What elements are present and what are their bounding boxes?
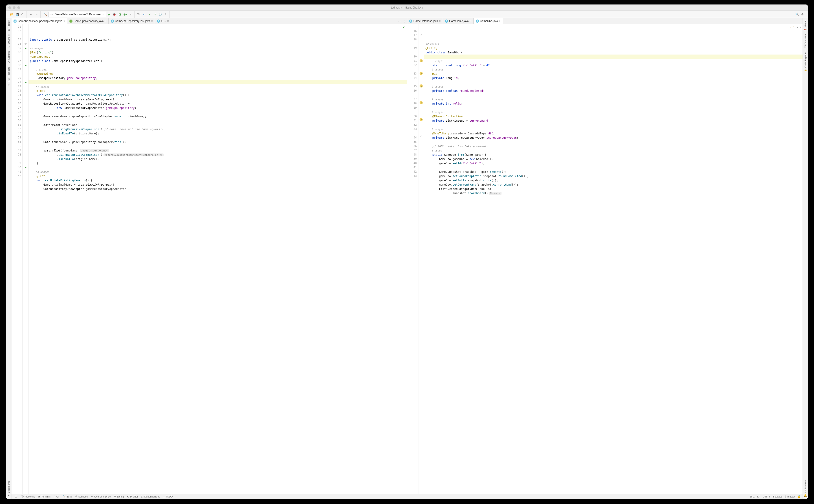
code-line[interactable]	[424, 106, 803, 110]
refresh-icon[interactable]: ⟳	[20, 12, 25, 17]
code-line[interactable]: Game savedGame = gameRepositoryJpaAdapte…	[28, 114, 407, 118]
line-number[interactable]: 21	[11, 80, 22, 84]
line-number[interactable]	[407, 93, 418, 97]
run-gutter-icon[interactable]: ▶	[23, 63, 28, 67]
line-number[interactable]: 19	[407, 46, 418, 50]
line-number[interactable]: 41	[11, 170, 22, 174]
code-line[interactable]: .usingRecursiveComparison()RecursiveComp…	[28, 153, 407, 157]
right-gutter-icons[interactable]: ⟲aaaaa⟲	[419, 24, 424, 494]
code-line[interactable]: Game originalGame = createGameInProgress…	[28, 97, 407, 101]
line-number[interactable]: 25	[11, 97, 22, 101]
line-number[interactable]: 14	[11, 42, 22, 46]
line-number[interactable]: 36	[407, 144, 418, 148]
sidebar-item-project[interactable]: ▤Project	[7, 20, 10, 31]
toolwindow-services[interactable]: ⚙Services	[74, 494, 89, 499]
sidebar-item-pull-requests[interactable]: ⇄Pull Requests	[7, 67, 10, 86]
code-line[interactable]: assertThat(savedGame)	[28, 123, 407, 127]
line-number[interactable]: 25	[407, 84, 418, 89]
run-gutter-icon[interactable]: ▶	[23, 80, 28, 84]
code-line[interactable]	[28, 136, 407, 140]
line-number[interactable]: 27	[407, 97, 418, 101]
code-line[interactable]: gameDbo.setRoundCompleted(snapshot.round…	[424, 174, 803, 178]
code-line[interactable]: assertThat(foundGame)ObjectAssert<Game>	[28, 148, 407, 153]
git-update-icon[interactable]: ↙	[142, 12, 147, 17]
code-line[interactable]	[424, 123, 803, 127]
code-line[interactable]: @ElementCollection	[424, 114, 803, 118]
line-number[interactable]: 18	[11, 63, 22, 67]
git-branch[interactable]: ᚶ master	[785, 495, 795, 498]
right-code-area[interactable]: 1617181920212223242526272829303132333435…	[407, 24, 803, 494]
code-line[interactable]	[424, 80, 803, 84]
code-line[interactable]: private List<ScoredCategoryDbo> scoredCa…	[424, 136, 803, 140]
code-line[interactable]	[28, 144, 407, 148]
caret-pos[interactable]: 18:1	[750, 495, 755, 498]
git-rollback-icon[interactable]: ↶	[163, 12, 168, 17]
line-number[interactable]: 33	[407, 127, 418, 131]
line-number[interactable]: 39	[11, 161, 22, 165]
sidebar-item-commit[interactable]: ⊙Commit	[7, 51, 10, 64]
line-number[interactable]: 33	[11, 131, 22, 136]
close-tab-icon[interactable]: ×	[167, 20, 169, 23]
editor-tab[interactable]: CGameDbo.java×	[474, 18, 503, 24]
line-number[interactable]	[407, 42, 418, 46]
line-number[interactable]: 23	[407, 72, 418, 76]
left-code[interactable]: ✔ import static org.assertj.core.api.Ass…	[28, 24, 407, 494]
close-tab-icon[interactable]: ×	[470, 20, 472, 23]
usage-hint[interactable]: 2 usages	[424, 110, 803, 114]
line-number[interactable]: 38	[11, 153, 22, 157]
code-line[interactable]	[28, 118, 407, 123]
lock-icon[interactable]: 🔒	[798, 495, 801, 498]
code-line[interactable]	[424, 165, 803, 170]
code-line[interactable]: .isEqualTo(originalGame);	[28, 131, 407, 136]
forward-icon[interactable]: →	[34, 12, 39, 17]
sidebar-item-database[interactable]: 🗄Database	[804, 34, 807, 48]
usage-hint[interactable]: 2 usages	[424, 59, 803, 63]
line-number[interactable]	[407, 131, 418, 136]
line-number[interactable]	[11, 33, 22, 37]
code-line[interactable]: gameDbo.setRolls(snapshot.rolls());	[424, 178, 803, 182]
field-gutter-icon[interactable]: a	[420, 84, 423, 88]
code-line[interactable]: new GameRepositoryJpaAdapter(gameJpaRepo…	[28, 106, 407, 110]
code-line[interactable]: // TODO: make this take a memento	[424, 144, 803, 148]
line-number[interactable]: 42	[11, 174, 22, 178]
code-line[interactable]: private int rolls;	[424, 101, 803, 106]
line-number[interactable]	[11, 157, 22, 161]
usage-hint[interactable]: no usages	[28, 46, 407, 50]
line-number[interactable]: 16	[407, 29, 418, 33]
line-number[interactable]: 20	[11, 76, 22, 80]
left-code-area[interactable]: 1112131415161718192021222324252627282930…	[11, 24, 407, 494]
line-number[interactable]: 28	[407, 101, 418, 106]
code-line[interactable]: .usingRecursiveComparison() // note: doe…	[28, 127, 407, 131]
usage-hint[interactable]: 2 usages	[424, 84, 803, 89]
code-line[interactable]: @Tag("spring")	[28, 50, 407, 55]
code-line[interactable]: snapshot.scoreboard()Memento	[424, 191, 803, 195]
code-line[interactable]: GameRepositoryJpaAdapter gameRepositoryJ…	[28, 101, 407, 106]
close-dot[interactable]	[8, 6, 11, 9]
line-number[interactable]: 27	[11, 106, 22, 110]
sidebar-item-maven[interactable]: mMaven	[804, 20, 807, 31]
line-number[interactable]: 32	[407, 123, 418, 127]
maximize-dot[interactable]	[17, 6, 20, 9]
code-line[interactable]: .isEqualTo(originalGame);	[28, 157, 407, 161]
line-number[interactable]: 24	[407, 76, 418, 80]
git-push-icon[interactable]: ↗	[152, 12, 157, 17]
status-corner-icon[interactable]: ▢	[13, 494, 19, 499]
code-line[interactable]: Game.Snapshot snapshot = game.memento();	[424, 170, 803, 174]
line-number[interactable]: 26	[407, 89, 418, 93]
line-number[interactable]: 35	[11, 140, 22, 144]
line-number[interactable]: 35	[407, 140, 418, 144]
code-line[interactable]: static GameDbo from(Game game) {	[424, 153, 803, 157]
line-number[interactable]: 38	[407, 153, 418, 157]
line-number[interactable]: 37	[407, 148, 418, 153]
line-number[interactable]	[407, 80, 418, 84]
toolwindow-java-enterprise[interactable]: ◈Java Enterprise	[89, 494, 112, 499]
toolwindow-git[interactable]: ᚶGit	[52, 494, 61, 499]
coverage-icon[interactable]: ⬔	[117, 12, 122, 17]
sidebar-item-code-together[interactable]: ◉Code Together	[804, 52, 807, 72]
code-line[interactable]: GameJpaRepository gameJpaRepository;	[28, 76, 407, 80]
code-line[interactable]	[28, 165, 407, 170]
window-traffic-lights[interactable]	[8, 6, 20, 9]
right-code[interactable]: ⚠ 1 ∧∨ 12 usages@Entitypublic class Game…	[424, 24, 803, 494]
code-line[interactable]: private boolean roundCompleted;	[424, 89, 803, 93]
line-number[interactable]: 30	[11, 118, 22, 123]
